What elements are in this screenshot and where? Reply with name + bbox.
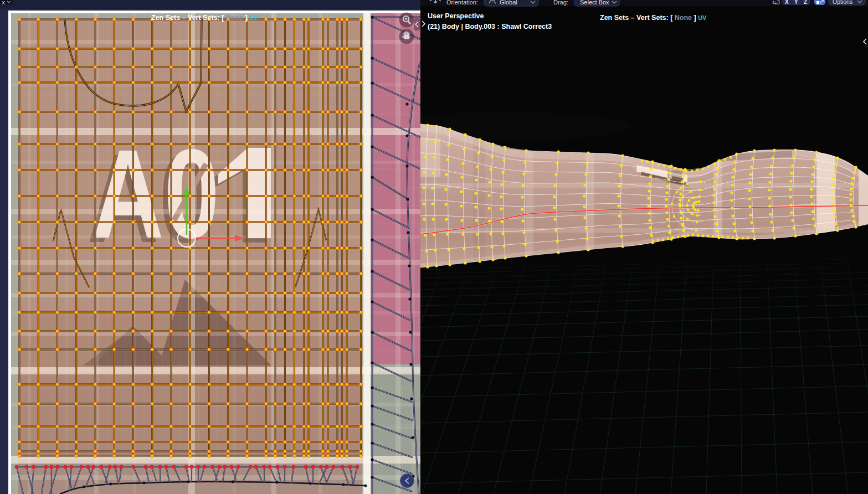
svg-text:Y: Y	[794, 0, 798, 5]
svg-text:User Perspective: User Perspective	[428, 12, 484, 20]
svg-text:Global: Global	[500, 0, 517, 6]
svg-text:Select Box: Select Box	[580, 0, 609, 6]
svg-text:(21) Body | Body.003 : Shawl C: (21) Body | Body.003 : Shawl Correct3	[428, 23, 552, 30]
svg-text:Options: Options	[833, 0, 852, 5]
svg-text:X: X	[2, 0, 5, 6]
svg-text:Zen Sets – Vert Sets: [ None ]: Zen Sets – Vert Sets: [ None ] UV	[600, 14, 707, 22]
svg-text:X: X	[785, 0, 789, 5]
svg-text:⇆3: ⇆3	[772, 0, 780, 6]
svg-text:Drag:: Drag:	[553, 0, 568, 6]
svg-text:Orientation:: Orientation:	[446, 0, 478, 6]
svg-text:Z: Z	[804, 0, 807, 5]
svg-text:Zen Sets – Vert Sets: [ None ]: Zen Sets – Vert Sets: [ None ] UV	[151, 14, 258, 22]
